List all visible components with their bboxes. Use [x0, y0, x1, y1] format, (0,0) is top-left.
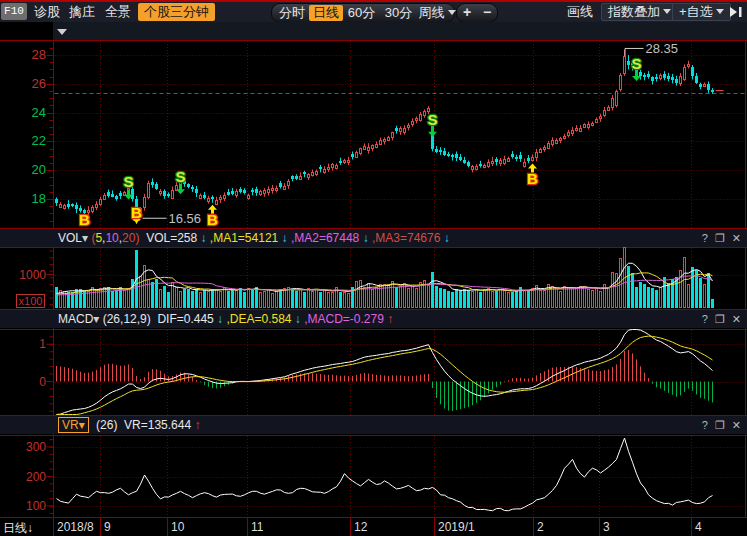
- vol-unit-box: x100: [17, 295, 45, 308]
- macd-indicator-values[interactable]: MACD▾ (26,12,9) DIF=0.445 ↓ ,DEA=0.584 ↓…: [58, 310, 393, 328]
- month-separator: [53, 518, 54, 536]
- header-token: 20: [122, 231, 135, 245]
- help-icon[interactable]: ?: [702, 232, 708, 244]
- svg-text:18: 18: [32, 191, 46, 206]
- ma2-value: ,MA2=67448: [288, 231, 363, 245]
- candlesticks[interactable]: [55, 50, 724, 220]
- svg-text:200: 200: [26, 470, 46, 484]
- period-label[interactable]: 日线↓: [3, 520, 33, 536]
- month-separator: [350, 518, 351, 536]
- dea-value: ,DEA=0.584: [223, 312, 295, 326]
- vr-value: (26) VR=135.644: [93, 418, 195, 432]
- month-label: 2019/1: [438, 520, 475, 534]
- sell-signal: S: [123, 173, 133, 190]
- time-axis: 日线↓ 2018/891011122019/1234: [0, 518, 747, 536]
- vr-dropdown[interactable]: VR▾: [58, 417, 89, 433]
- month-separator: [167, 518, 168, 536]
- month-separator: [434, 518, 435, 536]
- ma3-value: ,MA3=74676: [369, 231, 444, 245]
- month-label: 3: [603, 520, 610, 534]
- svg-text:0: 0: [39, 375, 46, 389]
- month-label: 11: [251, 520, 263, 534]
- vol-value: VOL=258: [139, 231, 200, 245]
- up-arrow-icon: ↑: [194, 418, 200, 432]
- svg-text:28: 28: [32, 47, 46, 62]
- month-label: 2: [537, 520, 544, 534]
- month-label: 2018/8: [57, 520, 94, 534]
- dif-value: DIF=0.445: [151, 312, 217, 326]
- header-token: (26,12,9): [103, 312, 151, 326]
- svg-text:26: 26: [32, 76, 46, 91]
- close-icon[interactable]: ✕: [732, 232, 741, 245]
- sell-signal: S: [631, 55, 641, 72]
- month-separator: [599, 518, 600, 536]
- close-icon[interactable]: ✕: [732, 419, 741, 432]
- header-token: 10: [105, 231, 118, 245]
- month-separator: [247, 518, 248, 536]
- macd-dropdown[interactable]: MACD: [58, 312, 93, 326]
- buy-signal: B: [527, 170, 538, 187]
- volume-bars[interactable]: [55, 248, 714, 309]
- vr-line[interactable]: [57, 438, 713, 511]
- svg-text:16.56: 16.56: [169, 211, 202, 226]
- svg-text:28.35: 28.35: [646, 41, 679, 56]
- svg-text:x100: x100: [19, 295, 43, 307]
- y-axis-labels: 182022242628100010300200100: [19, 47, 53, 513]
- month-label: 4: [695, 520, 702, 534]
- vr-indicator-values[interactable]: VR▾ (26) VR=135.644 ↑: [58, 416, 200, 434]
- maximize-icon[interactable]: ❐: [715, 232, 725, 245]
- maximize-icon[interactable]: ❐: [715, 313, 725, 326]
- header-token: 5: [95, 231, 102, 245]
- buy-signal: B: [131, 204, 142, 221]
- svg-text:24: 24: [32, 105, 46, 120]
- help-icon[interactable]: ?: [702, 419, 708, 431]
- panel-borders: [0, 41, 747, 518]
- svg-text:1000: 1000: [19, 268, 46, 282]
- buy-signal: B: [207, 211, 218, 228]
- month-label: 9: [104, 520, 111, 534]
- help-icon[interactable]: ?: [702, 313, 708, 325]
- buy-signal: B: [79, 211, 90, 228]
- month-separator: [100, 518, 101, 536]
- svg-text:22: 22: [32, 133, 46, 148]
- vol-dropdown[interactable]: VOL: [58, 231, 82, 245]
- up-arrow-icon: ↑: [387, 312, 393, 326]
- svg-text:20: 20: [32, 162, 46, 177]
- chevron-down-icon: ▾: [82, 231, 91, 245]
- chart-canvas[interactable]: 182022242628100010300200100x10016.5628.3…: [0, 0, 747, 536]
- month-label: 10: [171, 520, 184, 534]
- macd-histogram[interactable]: [57, 350, 713, 411]
- svg-text:100: 100: [26, 499, 46, 513]
- svg-text:1: 1: [39, 337, 46, 351]
- stock-chart-app: F10 诊股 擒庄 全景 个股三分钟 分时日线60分30分周线 + − 画线 指…: [0, 0, 747, 536]
- ma1-value: ,MA1=54121: [207, 231, 282, 245]
- chevron-down-icon: ▾: [93, 312, 102, 326]
- macd-panel-header: MACD▾ (26,12,9) DIF=0.445 ↓ ,DEA=0.584 ↓…: [0, 310, 747, 328]
- month-label: 12: [354, 520, 367, 534]
- sell-signal: S: [427, 111, 437, 128]
- sell-signal: S: [175, 168, 185, 185]
- svg-text:300: 300: [26, 440, 46, 454]
- grid-lines: [55, 41, 746, 517]
- month-separator: [533, 518, 534, 536]
- month-separator: [691, 518, 692, 536]
- macd-lines: [57, 330, 713, 415]
- down-arrow-icon: ↓: [444, 231, 450, 245]
- close-icon[interactable]: ✕: [732, 313, 741, 326]
- vol-indicator-values[interactable]: VOL▾ (5,10,20) VOL=258 ↓ ,MA1=54121 ↓ ,M…: [58, 229, 450, 247]
- vr-panel-header: VR▾ (26) VR=135.644 ↑ ?❐✕: [0, 416, 747, 434]
- vol-panel-header: VOL▾ (5,10,20) VOL=258 ↓ ,MA1=54121 ↓ ,M…: [0, 229, 747, 247]
- macd-value: ,MACD=-0.279: [301, 312, 387, 326]
- maximize-icon[interactable]: ❐: [715, 419, 725, 432]
